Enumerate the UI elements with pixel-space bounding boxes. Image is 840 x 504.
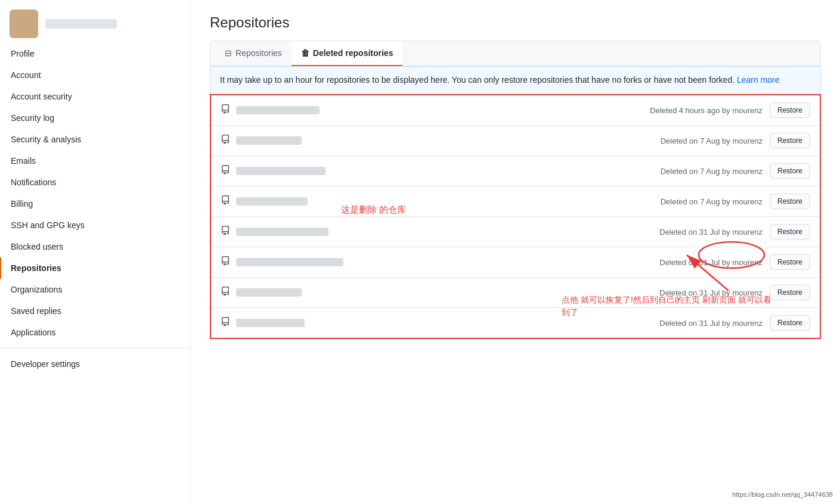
sidebar-item-organizations[interactable]: Organizations <box>0 279 190 300</box>
sidebar-divider <box>0 348 190 349</box>
tab-deleted-repositories[interactable]: 🗑Deleted repositories <box>292 41 403 66</box>
sidebar-link-ssh-gpg-keys[interactable]: SSH and GPG keys <box>0 214 190 236</box>
sidebar-item-ssh-gpg-keys[interactable]: SSH and GPG keys <box>0 214 190 236</box>
deleted-info-text: Deleted on 31 Jul by mourenz <box>659 288 762 297</box>
sidebar-link-organizations[interactable]: Organizations <box>0 279 190 300</box>
table-row: Deleted on 7 Aug by mourenzRestore <box>211 186 820 217</box>
repo-list: Deleted 4 hours ago by mourenzRestoreDel… <box>210 94 821 339</box>
sidebar-link-account-security[interactable]: Account security <box>0 86 190 107</box>
page-title: Repositories <box>210 14 821 31</box>
restore-button[interactable]: Restore <box>770 254 810 270</box>
restore-button[interactable]: Restore <box>770 102 810 118</box>
repo-icon <box>221 256 230 268</box>
info-banner-text: It may take up to an hour for repositori… <box>220 75 734 85</box>
sidebar-item-security-log[interactable]: Security log <box>0 107 190 129</box>
repo-list-wrapper: Deleted 4 hours ago by mourenzRestoreDel… <box>210 94 821 339</box>
sidebar-link-saved-replies[interactable]: Saved replies <box>0 300 190 322</box>
deleted-info-text: Deleted on 31 Jul by mourenz <box>659 258 762 267</box>
repo-icon <box>221 287 230 298</box>
sidebar-item-account[interactable]: Account <box>0 64 190 86</box>
restore-button[interactable]: Restore <box>770 194 810 209</box>
repo-name-blurred <box>236 228 328 236</box>
repo-name-blurred <box>236 197 308 206</box>
main-content: Repositories ⊟Repositories🗑Deleted repos… <box>191 0 840 504</box>
repo-name-blurred <box>236 258 343 266</box>
sidebar-link-billing[interactable]: Billing <box>0 193 190 214</box>
repo-icon <box>221 195 230 207</box>
repo-item-right: Deleted on 7 Aug by mourenzRestore <box>661 133 810 148</box>
tab-label-deleted-repositories: Deleted repositories <box>313 48 393 58</box>
repo-item-left <box>221 165 661 177</box>
sidebar-link-notifications[interactable]: Notifications <box>0 172 190 193</box>
sidebar-link-emails[interactable]: Emails <box>0 150 190 172</box>
table-row: Deleted on 31 Jul by mourenzRestore <box>211 308 820 338</box>
tab-icon-deleted-repositories: 🗑 <box>301 48 309 58</box>
restore-button[interactable]: Restore <box>770 285 810 300</box>
restore-button[interactable]: Restore <box>770 133 810 148</box>
sidebar-link-blocked-users[interactable]: Blocked users <box>0 236 190 257</box>
deleted-info-text: Deleted on 31 Jul by mourenz <box>659 319 762 328</box>
repo-item-left <box>221 195 661 207</box>
sidebar-link-account[interactable]: Account <box>0 64 190 86</box>
repo-item-left <box>221 226 659 238</box>
table-row: Deleted on 31 Jul by mourenzRestore <box>211 247 820 278</box>
tab-repositories[interactable]: ⊟Repositories <box>215 41 292 66</box>
deleted-info-text: Deleted 4 hours ago by mourenz <box>650 106 762 115</box>
deleted-info-text: Deleted on 7 Aug by mourenz <box>661 136 762 145</box>
repo-item-right: Deleted on 31 Jul by mourenzRestore <box>659 285 810 300</box>
sidebar-link-developer-settings[interactable]: Developer settings <box>0 353 190 375</box>
repo-icon <box>221 135 230 147</box>
restore-button[interactable]: Restore <box>770 224 810 239</box>
table-row: Deleted on 31 Jul by mourenzRestore <box>211 278 820 308</box>
table-row: Deleted on 31 Jul by mourenzRestore <box>211 217 820 247</box>
repo-item-right: Deleted 4 hours ago by mourenzRestore <box>650 102 810 118</box>
sidebar-item-security-analysis[interactable]: Security & analysis <box>0 129 190 150</box>
restore-button[interactable]: Restore <box>770 315 810 331</box>
sidebar-item-saved-replies[interactable]: Saved replies <box>0 300 190 322</box>
sidebar-link-repositories[interactable]: Repositories <box>0 257 190 279</box>
repo-item-left <box>221 104 650 116</box>
sidebar-link-profile[interactable]: Profile <box>0 43 190 64</box>
deleted-info-text: Deleted on 7 Aug by mourenz <box>661 197 762 206</box>
learn-more-link[interactable]: Learn more <box>737 75 780 85</box>
repo-item-left <box>221 256 659 268</box>
sidebar-nav: ProfileAccountAccount securitySecurity l… <box>0 43 190 375</box>
sidebar-link-applications[interactable]: Applications <box>0 322 190 343</box>
repo-name-blurred <box>236 136 302 145</box>
sidebar-item-repositories[interactable]: Repositories <box>0 257 190 279</box>
table-row: Deleted on 7 Aug by mourenzRestore <box>211 156 820 186</box>
restore-button[interactable]: Restore <box>770 163 810 179</box>
repo-name-blurred <box>236 106 320 114</box>
sidebar-item-applications[interactable]: Applications <box>0 322 190 343</box>
tab-label-repositories: Repositories <box>235 48 282 58</box>
repo-icon <box>221 104 230 116</box>
table-row: Deleted on 7 Aug by mourenzRestore <box>211 126 820 156</box>
repo-name-blurred <box>236 319 305 327</box>
sidebar-link-security-analysis[interactable]: Security & analysis <box>0 129 190 150</box>
info-banner: It may take up to an hour for repositori… <box>210 66 821 94</box>
repo-name-blurred <box>236 288 302 297</box>
sidebar-item-blocked-users[interactable]: Blocked users <box>0 236 190 257</box>
sidebar-avatar-section <box>0 0 190 43</box>
sidebar-item-billing[interactable]: Billing <box>0 193 190 214</box>
repo-item-left <box>221 135 661 147</box>
username-placeholder <box>45 19 117 29</box>
repo-item-right: Deleted on 7 Aug by mourenzRestore <box>661 163 810 179</box>
deleted-info-text: Deleted on 31 Jul by mourenz <box>659 228 762 237</box>
repo-item-right: Deleted on 31 Jul by mourenzRestore <box>659 315 810 331</box>
sidebar-item-notifications[interactable]: Notifications <box>0 172 190 193</box>
repo-icon <box>221 165 230 177</box>
sidebar-item-developer-settings[interactable]: Developer settings <box>0 353 190 375</box>
deleted-info-text: Deleted on 7 Aug by mourenz <box>661 167 762 176</box>
sidebar: ProfileAccountAccount securitySecurity l… <box>0 0 191 504</box>
sidebar-item-emails[interactable]: Emails <box>0 150 190 172</box>
repo-item-right: Deleted on 31 Jul by mourenzRestore <box>659 224 810 239</box>
sidebar-item-account-security[interactable]: Account security <box>0 86 190 107</box>
tab-bar: ⊟Repositories🗑Deleted repositories <box>210 41 821 66</box>
sidebar-item-profile[interactable]: Profile <box>0 43 190 64</box>
repo-item-left <box>221 317 659 329</box>
repo-icon <box>221 226 230 238</box>
repo-icon <box>221 317 230 329</box>
sidebar-link-security-log[interactable]: Security log <box>0 107 190 129</box>
watermark: https://blog.csdn.net/qq_34474638 <box>730 490 835 499</box>
